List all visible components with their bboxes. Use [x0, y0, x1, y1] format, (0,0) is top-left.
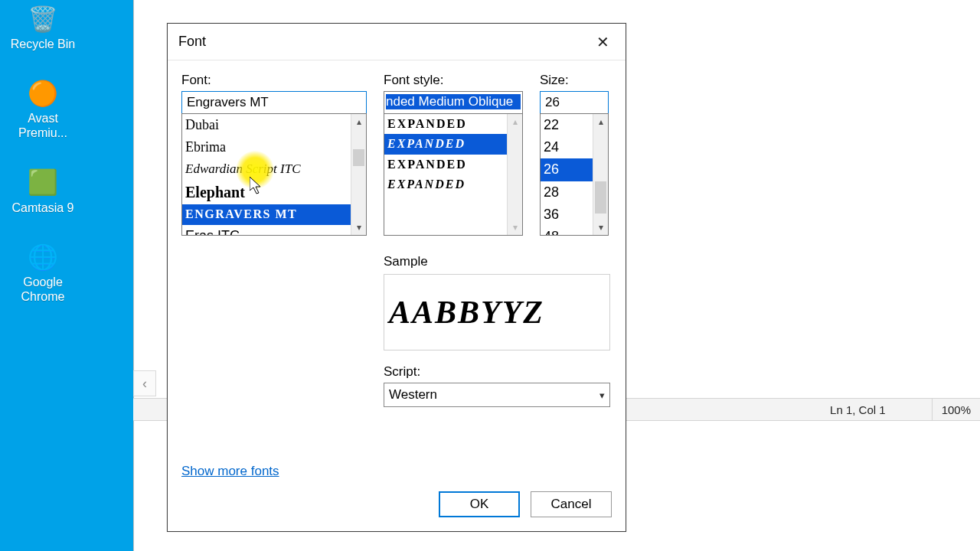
status-position: Ln 1, Col 1 — [821, 399, 886, 420]
sample-box: AABBYYZ — [384, 274, 610, 350]
scroll-down-icon: ▾ — [508, 220, 522, 235]
desktop-icon-chrome[interactable]: 🌐 Google Chrome — [5, 241, 81, 304]
cancel-button[interactable]: Cancel — [531, 491, 612, 517]
desktop-icon-label: Avast Premiu... — [5, 111, 81, 140]
size-item-36[interactable]: 36 — [541, 204, 593, 226]
font-list-scrollbar[interactable]: ▴ ▾ — [351, 114, 366, 235]
script-label: Script: — [384, 364, 420, 379]
chrome-icon: 🌐 — [27, 241, 59, 273]
dialog-titlebar[interactable]: Font ✕ — [168, 24, 626, 60]
size-item-24[interactable]: 24 — [541, 136, 593, 158]
size-listbox[interactable]: 22 24 26 28 36 48 72 ▴ ▾ — [540, 113, 609, 236]
font-item-ebrima[interactable]: Ebrima — [182, 136, 351, 158]
size-item-48[interactable]: 48 — [541, 226, 593, 235]
chevron-down-icon: ▾ — [599, 390, 605, 401]
font-style-label: Font style: — [384, 73, 523, 88]
font-style-input[interactable]: nded Medium Oblique — [384, 91, 523, 114]
scroll-up-icon[interactable]: ▴ — [351, 114, 366, 129]
desktop-icon-camtasia[interactable]: 🟩 Camtasia 9 — [5, 167, 81, 215]
desktop-icon-label: Recycle Bin — [11, 37, 75, 51]
dialog-title: Font — [178, 34, 206, 50]
script-value: Western — [389, 387, 437, 403]
scroll-down-icon[interactable]: ▾ — [351, 220, 366, 235]
font-item-dubai[interactable]: Dubai — [182, 114, 351, 136]
font-item-eras[interactable]: Eras ITC — [182, 225, 351, 235]
size-item-26[interactable]: 26 — [541, 158, 593, 181]
style-item-expanded[interactable]: EXPANDED — [384, 114, 507, 134]
style-list-scrollbar[interactable]: ▴ ▾ — [507, 114, 522, 235]
status-zoom: 100% — [932, 399, 971, 420]
show-more-fonts-link[interactable]: Show more fonts — [181, 464, 612, 479]
scroll-up-icon[interactable]: ▴ — [593, 114, 608, 129]
dialog-buttons: OK Cancel — [168, 487, 626, 531]
font-item-edwardian[interactable]: Edwardian Script ITC — [182, 158, 351, 180]
desktop-icon-label: Camtasia 9 — [12, 201, 74, 215]
font-listbox[interactable]: Dubai Ebrima Edwardian Script ITC Elepha… — [181, 113, 367, 236]
size-label: Size: — [540, 73, 609, 88]
font-input[interactable] — [181, 91, 367, 114]
style-item-expanded-bold[interactable]: EXPANDED — [384, 155, 507, 174]
font-item-engravers[interactable]: ENGRAVERS MT — [182, 204, 351, 224]
size-item-22[interactable]: 22 — [541, 114, 593, 136]
font-dialog: Font ✕ Font: Dubai Ebrima Edwardian Scri… — [167, 23, 626, 532]
sample-text: AABBYYZ — [389, 294, 544, 331]
size-list-scrollbar[interactable]: ▴ ▾ — [593, 114, 608, 235]
font-style-listbox[interactable]: EXPANDED EXPANDED EXPANDED EXPANDED ▴ ▾ — [384, 113, 523, 236]
sample-label: Sample — [384, 254, 428, 269]
font-item-elephant[interactable]: Elephant — [182, 180, 351, 204]
size-input[interactable] — [540, 91, 609, 114]
scroll-up-icon: ▴ — [508, 114, 522, 129]
desktop-icon-avast[interactable]: 🟠 Avast Premiu... — [5, 77, 81, 140]
desktop-icon-label: Google Chrome — [5, 275, 81, 304]
close-icon: ✕ — [596, 33, 609, 51]
scrollbar-thumb[interactable] — [595, 181, 606, 214]
scroll-down-icon[interactable]: ▾ — [593, 220, 608, 235]
desktop-icon-recycle-bin[interactable]: 🗑️ Recycle Bin — [5, 3, 81, 51]
font-label: Font: — [181, 73, 367, 88]
avast-icon: 🟠 — [27, 77, 59, 109]
script-select[interactable]: Western ▾ — [384, 383, 610, 407]
recycle-bin-icon: 🗑️ — [27, 3, 59, 35]
editor-navigate-back[interactable]: ‹ — [133, 370, 156, 396]
close-button[interactable]: ✕ — [586, 27, 619, 57]
style-item-expanded-italic[interactable]: EXPANDED — [384, 134, 507, 154]
ok-button[interactable]: OK — [439, 491, 520, 517]
camtasia-icon: 🟩 — [27, 167, 59, 199]
scrollbar-thumb[interactable] — [353, 149, 364, 166]
style-item-expanded-bold-italic[interactable]: EXPANDED — [384, 174, 507, 194]
size-item-28[interactable]: 28 — [541, 181, 593, 204]
desktop-icons: 🗑️ Recycle Bin 🟠 Avast Premiu... 🟩 Camta… — [5, 3, 81, 304]
